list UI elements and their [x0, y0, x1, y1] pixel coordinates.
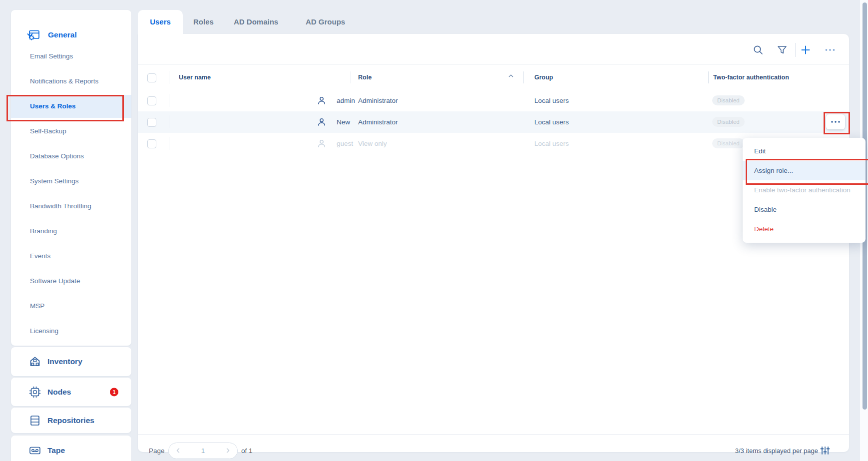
column-two-factor[interactable]: Two-factor authentication [713, 64, 789, 90]
sidebar-item-users-roles[interactable]: Users & Roles [11, 95, 131, 118]
column-separator[interactable] [708, 71, 709, 83]
sidebar-item-email-settings[interactable]: Email Settings [11, 45, 131, 68]
tab-ad-domains[interactable]: AD Domains [234, 10, 278, 34]
sidebar-item-events[interactable]: Events [11, 245, 131, 268]
two-factor-status-badge: Disabled [712, 138, 745, 148]
user-name-cell: guest [337, 133, 353, 154]
sidebar-item-software-update[interactable]: Software Update [11, 270, 131, 293]
filter-icon[interactable] [776, 44, 788, 56]
menu-item-assign-role[interactable]: Assign role... [743, 161, 866, 180]
row-actions-button[interactable] [826, 114, 845, 129]
tab-users[interactable]: Users [138, 10, 183, 34]
two-factor-status-badge: Disabled [712, 95, 745, 105]
sidebar-repositories-label: Repositories [47, 416, 94, 425]
sidebar-item-self-backup[interactable]: Self-Backup [11, 120, 131, 143]
select-all-checkbox[interactable] [147, 73, 156, 82]
user-icon [317, 117, 327, 127]
page-stepper: 1 [168, 443, 238, 459]
menu-item-disable[interactable]: Disable [743, 200, 866, 219]
sidebar-item-bandwidth-throttling[interactable]: Bandwidth Throttling [11, 195, 131, 218]
repositories-icon [28, 414, 41, 427]
menu-item-enable-two-factor: Enable two-factor authentication [743, 180, 866, 200]
items-per-page-icon[interactable] [820, 446, 830, 456]
table-row-new[interactable]: New Administrator Local users Disabled [138, 111, 849, 133]
sidebar-general-card: General Email Settings Notifications & R… [11, 10, 131, 346]
column-separator[interactable] [351, 71, 351, 83]
row-divider [169, 137, 169, 150]
sidebar-item-branding[interactable]: Branding [11, 220, 131, 243]
column-user-name[interactable]: User name [179, 64, 211, 90]
users-panel: User name Role Group Two-factor authenti… [138, 34, 849, 452]
table-row-admin[interactable]: admin Administrator Local users Disabled [138, 90, 849, 111]
sidebar-inventory-label: Inventory [47, 357, 82, 366]
sidebar-item-licensing[interactable]: Licensing [11, 320, 131, 343]
sidebar-tape-label: Tape [47, 446, 65, 455]
sidebar-item-notifications-reports[interactable]: Notifications & Reports [11, 70, 131, 93]
next-page-button[interactable] [220, 443, 235, 459]
two-factor-status-badge: Disabled [712, 117, 745, 127]
row-checkbox[interactable] [147, 118, 156, 127]
row-checkbox[interactable] [147, 96, 156, 105]
user-icon [317, 95, 327, 105]
sidebar-item-system-settings[interactable]: System Settings [11, 170, 131, 193]
tab-roles[interactable]: Roles [193, 10, 214, 34]
column-role[interactable]: Role [358, 64, 372, 90]
column-group[interactable]: Group [534, 64, 553, 90]
sidebar-item-msp[interactable]: MSP [11, 295, 131, 318]
user-name-cell: New [337, 111, 350, 133]
total-pages-label: of 1 [241, 443, 253, 459]
sidebar-general-label: General [48, 24, 77, 46]
tape-icon [28, 444, 41, 457]
row-checkbox[interactable] [147, 139, 156, 148]
row-divider [169, 94, 169, 107]
column-separator[interactable] [523, 71, 524, 83]
table-header: User name Role Group Two-factor authenti… [138, 64, 849, 90]
role-cell: Administrator [358, 111, 398, 133]
sort-ascending-icon[interactable] [508, 74, 513, 77]
settings-page: General Email Settings Notifications & R… [0, 0, 868, 461]
more-actions-icon[interactable] [824, 44, 836, 56]
row-context-menu: Edit Assign role... Enable two-factor au… [743, 138, 866, 243]
inventory-icon [28, 355, 41, 368]
role-cell: View only [358, 133, 387, 154]
menu-item-delete[interactable]: Delete [743, 219, 866, 239]
add-user-icon[interactable] [800, 44, 812, 56]
sidebar-nodes-label: Nodes [47, 388, 71, 397]
sidebar-section-nodes[interactable]: Nodes 1 [11, 378, 131, 406]
group-cell: Local users [534, 111, 569, 133]
group-cell: Local users [534, 133, 569, 154]
user-name-cell: admin [337, 90, 355, 111]
items-per-page-summary: 3/3 items displayed per page [735, 443, 818, 459]
sidebar-section-general[interactable]: General [11, 24, 131, 46]
nodes-alert-badge: 1 [110, 388, 118, 396]
sidebar-section-tape[interactable]: Tape [11, 436, 131, 461]
header-divider [169, 71, 169, 84]
role-cell: Administrator [358, 90, 398, 111]
user-icon [317, 138, 327, 148]
sidebar-section-repositories[interactable]: Repositories [11, 408, 131, 433]
search-icon[interactable] [752, 44, 764, 56]
menu-item-edit[interactable]: Edit [743, 141, 866, 161]
row-divider [169, 115, 169, 128]
toolbar-divider [795, 43, 796, 57]
sidebar-section-inventory[interactable]: Inventory [11, 347, 131, 376]
page-label: Page [149, 443, 165, 459]
sidebar-item-database-options[interactable]: Database Options [11, 145, 131, 168]
group-cell: Local users [534, 90, 569, 111]
general-settings-icon [27, 28, 40, 41]
nodes-icon [28, 386, 41, 399]
footer-divider [138, 434, 849, 435]
tab-ad-groups[interactable]: AD Groups [306, 10, 345, 34]
